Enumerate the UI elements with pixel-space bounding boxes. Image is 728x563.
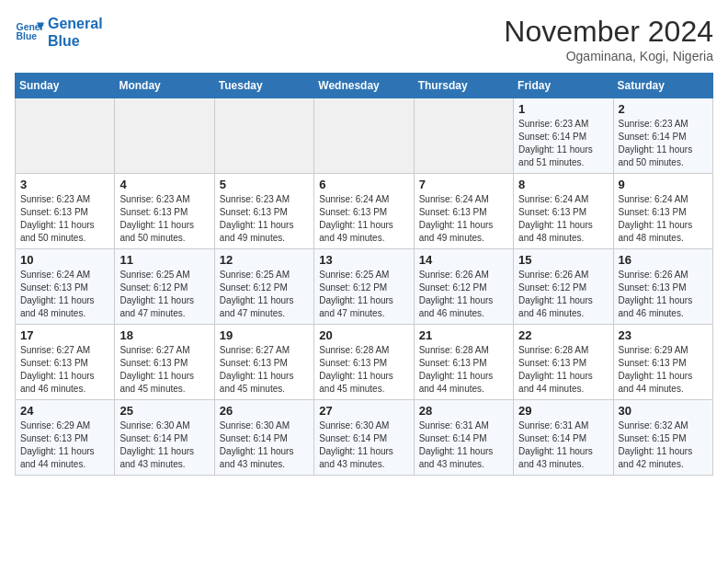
- calendar-week-row: 10Sunrise: 6:24 AM Sunset: 6:13 PM Dayli…: [16, 249, 713, 325]
- calendar-week-row: 24Sunrise: 6:29 AM Sunset: 6:13 PM Dayli…: [16, 400, 713, 476]
- calendar-day-cell: 7Sunrise: 6:24 AM Sunset: 6:13 PM Daylig…: [414, 174, 513, 249]
- calendar-day-cell: 1Sunrise: 6:23 AM Sunset: 6:14 PM Daylig…: [514, 98, 613, 174]
- day-number: 18: [119, 328, 209, 342]
- calendar-day-cell: 25Sunrise: 6:30 AM Sunset: 6:14 PM Dayli…: [115, 400, 214, 476]
- calendar-day-cell: 2Sunrise: 6:23 AM Sunset: 6:14 PM Daylig…: [613, 98, 712, 174]
- day-number: 23: [619, 328, 708, 342]
- day-number: 5: [220, 178, 309, 191]
- day-info: Sunrise: 6:25 AM Sunset: 6:12 PM Dayligh…: [220, 269, 309, 320]
- day-info: Sunrise: 6:31 AM Sunset: 6:14 PM Dayligh…: [419, 419, 508, 471]
- calendar-table: SundayMondayTuesdayWednesdayThursdayFrid…: [15, 73, 713, 476]
- logo-icon: General Blue: [15, 19, 44, 45]
- calendar-day-cell: 5Sunrise: 6:23 AM Sunset: 6:13 PM Daylig…: [214, 174, 313, 249]
- day-info: Sunrise: 6:25 AM Sunset: 6:12 PM Dayligh…: [119, 269, 209, 320]
- calendar-day-cell: 24Sunrise: 6:29 AM Sunset: 6:13 PM Dayli…: [16, 400, 115, 476]
- day-info: Sunrise: 6:30 AM Sunset: 6:14 PM Dayligh…: [119, 419, 209, 471]
- day-info: Sunrise: 6:32 AM Sunset: 6:15 PM Dayligh…: [619, 419, 708, 471]
- day-number: 29: [518, 404, 608, 418]
- day-number: 14: [419, 253, 508, 267]
- day-info: Sunrise: 6:26 AM Sunset: 6:12 PM Dayligh…: [419, 269, 508, 320]
- day-number: 6: [319, 178, 408, 191]
- day-info: Sunrise: 6:28 AM Sunset: 6:13 PM Dayligh…: [518, 344, 608, 396]
- calendar-day-cell: 10Sunrise: 6:24 AM Sunset: 6:13 PM Dayli…: [16, 249, 115, 325]
- calendar-day-cell: 13Sunrise: 6:25 AM Sunset: 6:12 PM Dayli…: [314, 249, 414, 325]
- calendar-day-cell: 29Sunrise: 6:31 AM Sunset: 6:14 PM Dayli…: [514, 400, 613, 476]
- calendar-week-row: 3Sunrise: 6:23 AM Sunset: 6:13 PM Daylig…: [16, 174, 713, 249]
- day-info: Sunrise: 6:23 AM Sunset: 6:13 PM Dayligh…: [20, 193, 109, 245]
- day-number: 7: [419, 178, 508, 191]
- day-number: 1: [518, 102, 608, 116]
- svg-text:Blue: Blue: [17, 31, 38, 41]
- calendar-day-cell: [414, 98, 513, 174]
- calendar-day-cell: 12Sunrise: 6:25 AM Sunset: 6:12 PM Dayli…: [214, 249, 313, 325]
- weekday-header-cell: Tuesday: [214, 74, 313, 98]
- day-info: Sunrise: 6:23 AM Sunset: 6:13 PM Dayligh…: [119, 193, 209, 245]
- calendar-body: 1Sunrise: 6:23 AM Sunset: 6:14 PM Daylig…: [16, 98, 713, 476]
- calendar-day-cell: 21Sunrise: 6:28 AM Sunset: 6:13 PM Dayli…: [414, 325, 513, 400]
- calendar-day-cell: 8Sunrise: 6:24 AM Sunset: 6:13 PM Daylig…: [514, 174, 613, 249]
- calendar-day-cell: 28Sunrise: 6:31 AM Sunset: 6:14 PM Dayli…: [414, 400, 513, 476]
- day-number: 27: [319, 404, 408, 418]
- location-subtitle: Ogaminana, Kogi, Nigeria: [504, 49, 713, 63]
- day-number: 9: [619, 178, 708, 191]
- logo-line1: General: [48, 15, 103, 32]
- day-number: 10: [20, 253, 109, 267]
- calendar-day-cell: 27Sunrise: 6:30 AM Sunset: 6:14 PM Dayli…: [314, 400, 414, 476]
- day-info: Sunrise: 6:23 AM Sunset: 6:14 PM Dayligh…: [619, 118, 708, 169]
- calendar-day-cell: 9Sunrise: 6:24 AM Sunset: 6:13 PM Daylig…: [613, 174, 712, 249]
- day-number: 30: [619, 404, 708, 418]
- day-info: Sunrise: 6:29 AM Sunset: 6:13 PM Dayligh…: [20, 419, 109, 471]
- day-info: Sunrise: 6:31 AM Sunset: 6:14 PM Dayligh…: [518, 419, 608, 471]
- day-info: Sunrise: 6:24 AM Sunset: 6:13 PM Dayligh…: [319, 193, 408, 245]
- day-info: Sunrise: 6:26 AM Sunset: 6:12 PM Dayligh…: [518, 269, 608, 320]
- day-info: Sunrise: 6:24 AM Sunset: 6:13 PM Dayligh…: [619, 193, 708, 245]
- calendar-day-cell: 15Sunrise: 6:26 AM Sunset: 6:12 PM Dayli…: [514, 249, 613, 325]
- calendar-day-cell: 20Sunrise: 6:28 AM Sunset: 6:13 PM Dayli…: [314, 325, 414, 400]
- day-number: 28: [419, 404, 508, 418]
- calendar-week-row: 17Sunrise: 6:27 AM Sunset: 6:13 PM Dayli…: [16, 325, 713, 400]
- day-info: Sunrise: 6:30 AM Sunset: 6:14 PM Dayligh…: [319, 419, 408, 471]
- day-number: 19: [220, 328, 309, 342]
- weekday-header-row: SundayMondayTuesdayWednesdayThursdayFrid…: [16, 74, 713, 98]
- calendar-day-cell: 6Sunrise: 6:24 AM Sunset: 6:13 PM Daylig…: [314, 174, 414, 249]
- calendar-day-cell: 26Sunrise: 6:30 AM Sunset: 6:14 PM Dayli…: [214, 400, 313, 476]
- calendar-day-cell: [214, 98, 313, 174]
- weekday-header-cell: Sunday: [16, 74, 115, 98]
- logo-line2: Blue: [48, 32, 103, 50]
- day-number: 4: [119, 178, 209, 191]
- logo: General Blue General Blue: [15, 15, 103, 50]
- day-info: Sunrise: 6:27 AM Sunset: 6:13 PM Dayligh…: [119, 344, 209, 396]
- calendar-week-row: 1Sunrise: 6:23 AM Sunset: 6:14 PM Daylig…: [16, 98, 713, 174]
- day-info: Sunrise: 6:24 AM Sunset: 6:13 PM Dayligh…: [518, 193, 608, 245]
- calendar-day-cell: [314, 98, 414, 174]
- day-number: 25: [119, 404, 209, 418]
- day-number: 11: [119, 253, 209, 267]
- day-number: 17: [20, 328, 109, 342]
- calendar-day-cell: 18Sunrise: 6:27 AM Sunset: 6:13 PM Dayli…: [115, 325, 214, 400]
- weekday-header-cell: Thursday: [414, 74, 513, 98]
- calendar-day-cell: 22Sunrise: 6:28 AM Sunset: 6:13 PM Dayli…: [514, 325, 613, 400]
- calendar-day-cell: 16Sunrise: 6:26 AM Sunset: 6:13 PM Dayli…: [613, 249, 712, 325]
- day-info: Sunrise: 6:28 AM Sunset: 6:13 PM Dayligh…: [419, 344, 508, 396]
- day-info: Sunrise: 6:26 AM Sunset: 6:13 PM Dayligh…: [619, 269, 708, 320]
- calendar-day-cell: 23Sunrise: 6:29 AM Sunset: 6:13 PM Dayli…: [613, 325, 712, 400]
- day-info: Sunrise: 6:27 AM Sunset: 6:13 PM Dayligh…: [220, 344, 309, 396]
- calendar-day-cell: 19Sunrise: 6:27 AM Sunset: 6:13 PM Dayli…: [214, 325, 313, 400]
- day-number: 16: [619, 253, 708, 267]
- day-number: 22: [518, 328, 608, 342]
- weekday-header-cell: Monday: [115, 74, 214, 98]
- calendar-day-cell: 3Sunrise: 6:23 AM Sunset: 6:13 PM Daylig…: [16, 174, 115, 249]
- calendar-day-cell: 17Sunrise: 6:27 AM Sunset: 6:13 PM Dayli…: [16, 325, 115, 400]
- day-info: Sunrise: 6:24 AM Sunset: 6:13 PM Dayligh…: [20, 269, 109, 320]
- day-number: 24: [20, 404, 109, 418]
- day-number: 20: [319, 328, 408, 342]
- calendar-day-cell: [16, 98, 115, 174]
- calendar-day-cell: 4Sunrise: 6:23 AM Sunset: 6:13 PM Daylig…: [115, 174, 214, 249]
- weekday-header-cell: Wednesday: [314, 74, 414, 98]
- day-info: Sunrise: 6:25 AM Sunset: 6:12 PM Dayligh…: [319, 269, 408, 320]
- day-info: Sunrise: 6:30 AM Sunset: 6:14 PM Dayligh…: [220, 419, 309, 471]
- day-number: 21: [419, 328, 508, 342]
- day-info: Sunrise: 6:23 AM Sunset: 6:13 PM Dayligh…: [220, 193, 309, 245]
- day-number: 8: [518, 178, 608, 191]
- calendar-day-cell: 11Sunrise: 6:25 AM Sunset: 6:12 PM Dayli…: [115, 249, 214, 325]
